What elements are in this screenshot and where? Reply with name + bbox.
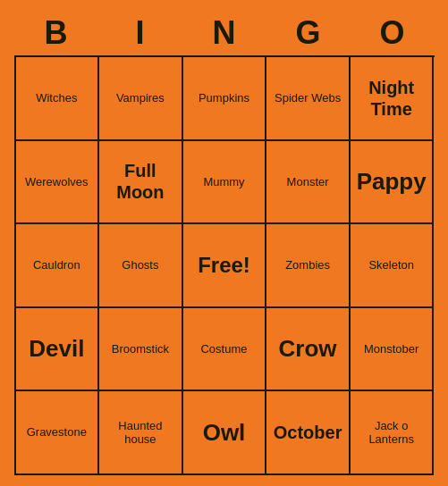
bingo-cell-1[interactable]: Vampires <box>99 57 183 141</box>
bingo-cell-22[interactable]: Owl <box>183 391 267 475</box>
bingo-cell-13[interactable]: Zombies <box>266 224 351 308</box>
bingo-cell-9[interactable]: Pappy <box>351 141 435 225</box>
bingo-cell-18[interactable]: Crow <box>266 308 351 392</box>
letter-b: B <box>18 14 95 52</box>
bingo-cell-19[interactable]: Monstober <box>351 308 435 392</box>
bingo-cell-10[interactable]: Cauldron <box>16 224 100 308</box>
letter-o: O <box>354 14 431 52</box>
bingo-cell-17[interactable]: Costume <box>183 308 267 392</box>
bingo-cell-7[interactable]: Mummy <box>183 141 267 225</box>
bingo-cell-11[interactable]: Ghosts <box>99 224 183 308</box>
bingo-cell-23[interactable]: October <box>266 391 351 475</box>
bingo-cell-3[interactable]: Spider Webs <box>266 57 351 141</box>
bingo-cell-6[interactable]: Full Moon <box>99 141 183 225</box>
letter-i: I <box>102 14 179 52</box>
bingo-card: B I N G O WitchesVampiresPumpkinsSpider … <box>14 11 435 475</box>
bingo-header: B I N G O <box>14 11 435 55</box>
bingo-cell-8[interactable]: Monster <box>266 141 351 225</box>
bingo-cell-14[interactable]: Skeleton <box>351 224 435 308</box>
bingo-cell-15[interactable]: Devil <box>16 308 100 392</box>
letter-g: G <box>270 14 347 52</box>
bingo-cell-21[interactable]: Haunted house <box>99 391 183 475</box>
bingo-cell-4[interactable]: Night Time <box>351 57 435 141</box>
letter-n: N <box>186 14 263 52</box>
bingo-cell-0[interactable]: Witches <box>16 57 100 141</box>
bingo-cell-24[interactable]: Jack o Lanterns <box>351 391 435 475</box>
bingo-cell-20[interactable]: Gravestone <box>16 391 100 475</box>
bingo-cell-5[interactable]: Werewolves <box>16 141 100 225</box>
bingo-cell-2[interactable]: Pumpkins <box>183 57 267 141</box>
bingo-cell-12[interactable]: Free! <box>183 224 267 308</box>
bingo-cell-16[interactable]: Broomstick <box>99 308 183 392</box>
bingo-grid: WitchesVampiresPumpkinsSpider WebsNight … <box>14 55 435 475</box>
